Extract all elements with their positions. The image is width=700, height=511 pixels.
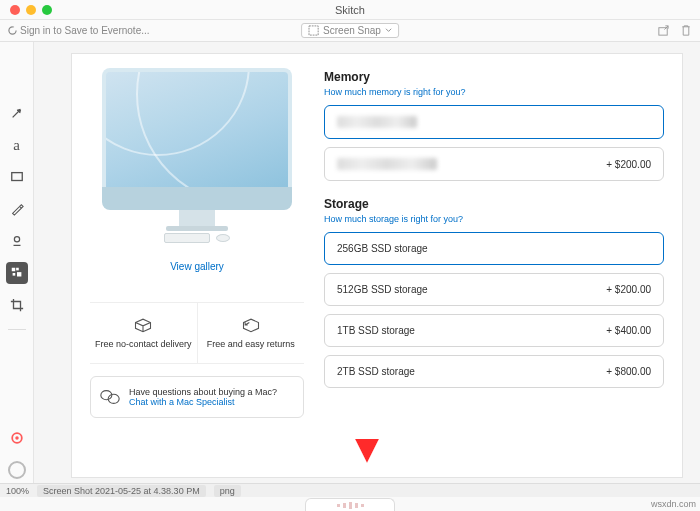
- storage-help-link[interactable]: How much storage is right for you?: [324, 214, 664, 224]
- canvas[interactable]: View gallery Free no-contact delivery Fr…: [34, 42, 700, 483]
- storage-option-1[interactable]: 256GB SSD storage: [324, 232, 664, 265]
- tool-palette: a: [0, 42, 34, 483]
- product-image: [97, 68, 297, 243]
- pixelate-tool[interactable]: [6, 262, 28, 284]
- sync-icon: [8, 26, 17, 35]
- storage-option-3[interactable]: 1TB SSD storage + $400.00: [324, 314, 664, 347]
- window-title: Skitch: [335, 4, 365, 16]
- chat-specialist-link[interactable]: Chat with a Mac Specialist: [129, 397, 277, 407]
- return-box-icon: [241, 317, 261, 333]
- storage-option-2[interactable]: 512GB SSD storage + $200.00: [324, 273, 664, 306]
- share-icon[interactable]: [657, 24, 670, 37]
- chat-icon: [99, 387, 121, 407]
- help-box: Have questions about buying a Mac? Chat …: [90, 376, 304, 418]
- svg-rect-6: [12, 273, 15, 276]
- screen-snap-icon: [308, 25, 319, 36]
- view-gallery-link[interactable]: View gallery: [170, 261, 224, 272]
- pen-tool[interactable]: [6, 198, 28, 220]
- toolbar: Sign in to Save to Evernote... Screen Sn…: [0, 20, 700, 42]
- memory-option-1[interactable]: [324, 105, 664, 139]
- window-controls: [10, 5, 52, 15]
- stamp-tool[interactable]: [6, 230, 28, 252]
- config-column: Memory How much memory is right for you?…: [316, 54, 682, 477]
- arrow-tool[interactable]: [6, 102, 28, 124]
- close-window-button[interactable]: [10, 5, 20, 15]
- redacted-text: [337, 158, 437, 170]
- redacted-text: [337, 116, 417, 128]
- svg-rect-4: [11, 268, 15, 272]
- svg-point-3: [14, 237, 19, 242]
- info-row: Free no-contact delivery Free and easy r…: [90, 302, 304, 364]
- zoom-level[interactable]: 100%: [6, 486, 29, 496]
- help-question: Have questions about buying a Mac?: [129, 387, 277, 397]
- delivery-info: Free no-contact delivery: [90, 303, 197, 363]
- product-visual-column: View gallery Free no-contact delivery Fr…: [72, 54, 316, 477]
- sign-in-button[interactable]: Sign in to Save to Evernote...: [8, 25, 150, 36]
- file-ext[interactable]: png: [214, 485, 241, 497]
- svg-rect-2: [11, 173, 22, 181]
- capture-mode-dropdown[interactable]: Screen Snap: [301, 23, 399, 38]
- svg-rect-5: [16, 268, 19, 271]
- svg-rect-7: [17, 272, 21, 276]
- drag-tray[interactable]: [305, 498, 395, 511]
- filename-label[interactable]: Screen Shot 2021-05-25 at 4.38.30 PM: [37, 485, 206, 497]
- rectangle-tool[interactable]: [6, 166, 28, 188]
- chevron-down-icon: [385, 27, 392, 34]
- svg-rect-0: [309, 26, 318, 35]
- storage-option-4[interactable]: 2TB SSD storage + $800.00: [324, 355, 664, 388]
- titlebar: Skitch: [0, 0, 700, 20]
- storage-title: Storage: [324, 197, 664, 211]
- trash-icon[interactable]: [680, 24, 692, 37]
- memory-title: Memory: [324, 70, 664, 84]
- palette-separator: [8, 329, 26, 330]
- watermark: wsxdn.com: [651, 499, 696, 509]
- memory-help-link[interactable]: How much memory is right for you?: [324, 87, 664, 97]
- captured-page: View gallery Free no-contact delivery Fr…: [72, 54, 682, 477]
- returns-info: Free and easy returns: [197, 303, 305, 363]
- maximize-window-button[interactable]: [42, 5, 52, 15]
- status-bar: 100% Screen Shot 2021-05-25 at 4.38.30 P…: [0, 483, 700, 497]
- text-tool[interactable]: a: [6, 134, 28, 156]
- memory-option-2[interactable]: + $200.00: [324, 147, 664, 181]
- minimize-window-button[interactable]: [26, 5, 36, 15]
- svg-rect-1: [659, 28, 667, 35]
- color-picker[interactable]: [6, 427, 28, 449]
- box-icon: [133, 317, 153, 333]
- stroke-width-picker[interactable]: [6, 461, 28, 483]
- crop-tool[interactable]: [6, 294, 28, 316]
- svg-point-9: [15, 436, 19, 440]
